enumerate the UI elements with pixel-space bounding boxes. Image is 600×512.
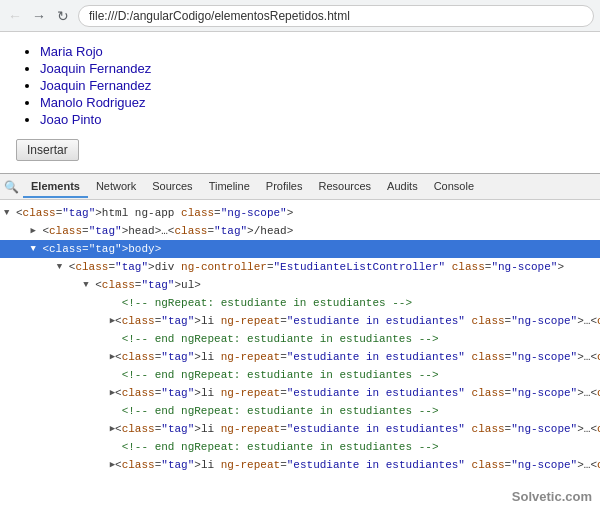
code-content: <!-- ngRepeat: estudiante in estudiantes… [122, 295, 412, 311]
list-item: Joaquin Fernandez [40, 61, 584, 76]
expand-arrow[interactable]: ▶ [30, 223, 42, 239]
code-content: <!-- end ngRepeat: estudiante in estudia… [122, 439, 439, 455]
code-line[interactable]: <!-- end ngRepeat: estudiante in estudia… [0, 438, 600, 456]
code-content: <class="tag">li ng-repeat="estudiante in… [115, 421, 600, 437]
code-content: <!-- end ngRepeat: estudiante in estudia… [122, 367, 439, 383]
student-link[interactable]: Joaquin Fernandez [40, 61, 151, 76]
code-content: <class="tag">li ng-repeat="estudiante in… [115, 385, 600, 401]
devtools-tab-audits[interactable]: Audits [379, 176, 426, 196]
student-list: Maria RojoJoaquin FernandezJoaquin Ferna… [16, 44, 584, 127]
browser-toolbar: ← → ↻ [0, 0, 600, 32]
watermark: Solvetic.com [512, 489, 592, 504]
watermark-text: olvetic [520, 489, 561, 504]
code-content: <!-- end ngRepeat: estudiante in estudia… [122, 403, 439, 419]
code-line[interactable]: ▼<class="tag">div ng-controller="Estudia… [0, 258, 600, 276]
code-line[interactable]: ▶<class="tag">li ng-repeat="estudiante i… [0, 456, 600, 473]
code-line[interactable]: ▶<class="tag">li ng-repeat="estudiante i… [0, 312, 600, 330]
insertar-button[interactable]: Insertar [16, 139, 79, 161]
code-content: <class="tag">li ng-repeat="estudiante in… [115, 313, 600, 329]
student-link[interactable]: Joaquin Fernandez [40, 78, 151, 93]
list-item: Joaquin Fernandez [40, 78, 584, 93]
address-bar[interactable] [78, 5, 594, 27]
devtools-tabs-bar: 🔍 ElementsNetworkSourcesTimelineProfiles… [0, 174, 600, 200]
devtools-tab-elements[interactable]: Elements [23, 176, 88, 198]
code-content: <class="tag">body> [42, 241, 161, 257]
code-content: <class="tag">li ng-repeat="estudiante in… [115, 349, 600, 365]
code-content: <!-- end ngRepeat: estudiante in estudia… [122, 331, 439, 347]
devtools-tab-timeline[interactable]: Timeline [201, 176, 258, 196]
code-line[interactable]: ▶<class="tag">li ng-repeat="estudiante i… [0, 348, 600, 366]
code-line[interactable]: ▼<class="tag">html ng-app class="ng-scop… [0, 204, 600, 222]
code-line[interactable]: <!-- end ngRepeat: estudiante in estudia… [0, 366, 600, 384]
expand-arrow[interactable]: ▼ [30, 241, 42, 257]
devtools-tab-network[interactable]: Network [88, 176, 144, 196]
code-content: <class="tag">html ng-app class="ng-scope… [16, 205, 293, 221]
refresh-button[interactable]: ↻ [54, 7, 72, 25]
devtools-panel: 🔍 ElementsNetworkSourcesTimelineProfiles… [0, 173, 600, 473]
student-link[interactable]: Manolo Rodriguez [40, 95, 146, 110]
expand-arrow[interactable]: ▼ [4, 205, 16, 221]
code-content: <class="tag">div ng-controller="Estudian… [69, 259, 564, 275]
list-item: Joao Pinto [40, 112, 584, 127]
code-line[interactable]: ▼<class="tag">ul> [0, 276, 600, 294]
code-content: <class="tag">head>…<class="tag">/head> [42, 223, 293, 239]
code-line[interactable]: <!-- end ngRepeat: estudiante in estudia… [0, 402, 600, 420]
student-link[interactable]: Joao Pinto [40, 112, 101, 127]
list-item: Maria Rojo [40, 44, 584, 59]
code-line[interactable]: ▶<class="tag">li ng-repeat="estudiante i… [0, 420, 600, 438]
devtools-tab-profiles[interactable]: Profiles [258, 176, 311, 196]
back-button[interactable]: ← [6, 7, 24, 25]
list-item: Manolo Rodriguez [40, 95, 584, 110]
code-content: <class="tag">li ng-repeat="estudiante in… [115, 457, 600, 473]
code-line[interactable]: ▶<class="tag">head>…<class="tag">/head> [0, 222, 600, 240]
forward-button[interactable]: → [30, 7, 48, 25]
code-content: <class="tag">ul> [95, 277, 201, 293]
watermark-suffix: .com [562, 489, 592, 504]
code-line[interactable]: <!-- end ngRepeat: estudiante in estudia… [0, 330, 600, 348]
student-link[interactable]: Maria Rojo [40, 44, 103, 59]
code-line[interactable]: <!-- ngRepeat: estudiante in estudiantes… [0, 294, 600, 312]
code-line[interactable]: ▼<class="tag">body> [0, 240, 600, 258]
devtools-tab-sources[interactable]: Sources [144, 176, 200, 196]
expand-arrow[interactable]: ▼ [57, 259, 69, 275]
search-icon[interactable]: 🔍 [4, 180, 19, 194]
code-line[interactable]: ▶<class="tag">li ng-repeat="estudiante i… [0, 384, 600, 402]
code-area[interactable]: ▼<class="tag">html ng-app class="ng-scop… [0, 200, 600, 473]
expand-arrow[interactable]: ▼ [83, 277, 95, 293]
devtools-tab-resources[interactable]: Resources [310, 176, 379, 196]
devtools-tab-console[interactable]: Console [426, 176, 482, 196]
page-content: Maria RojoJoaquin FernandezJoaquin Ferna… [0, 32, 600, 173]
